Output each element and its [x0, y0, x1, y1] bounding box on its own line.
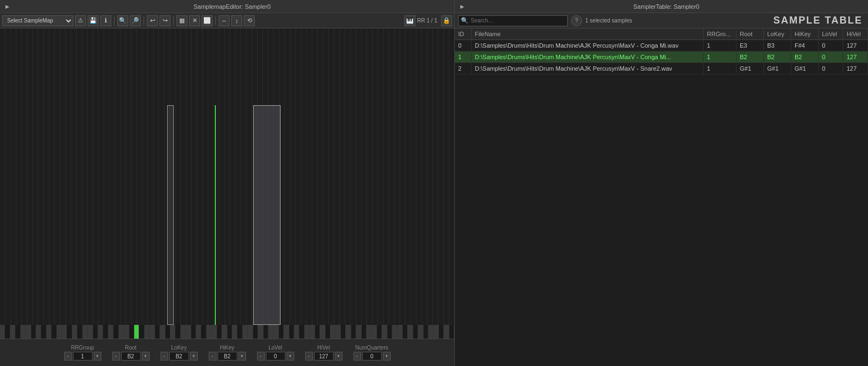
search-icon: 🔍	[461, 17, 469, 24]
collapse-right-btn[interactable]: ▶	[458, 3, 466, 10]
lock-btn[interactable]: 🔒	[441, 15, 452, 26]
rrgroup-label: RRGroup	[71, 345, 94, 351]
samplertable-panel-header: ▶ SamplerTable: Sampler0	[455, 0, 868, 13]
horiz-btn[interactable]: ↔	[219, 15, 230, 26]
samplertable-toolbar: 🔍 ? 1 selected samples SAMPLE TABLE	[455, 13, 868, 28]
numquarters-plus[interactable]: +	[383, 352, 391, 361]
lovel-input[interactable]	[266, 352, 285, 361]
lovel-control: LoVel - +	[257, 345, 294, 361]
search-box[interactable]: 🔍	[458, 15, 568, 26]
hivel-label: HiVel	[317, 345, 330, 351]
root-input[interactable]	[121, 352, 141, 361]
piano-btn[interactable]: 🎹	[404, 15, 415, 26]
samplemap-editor-panel: ▶ SamplemapEditor: Sampler0 Select Sampl…	[0, 0, 455, 366]
root-plus[interactable]: +	[142, 352, 150, 361]
lokey-input-row: - +	[161, 352, 198, 361]
hikey-label: HiKey	[220, 345, 235, 351]
sample-data-table[interactable]: ID FileName RRGro... Root LoKey HiKey Lo…	[455, 28, 868, 366]
hikey-minus[interactable]: -	[209, 352, 216, 361]
lokey-label: LoKey	[171, 345, 186, 351]
selected-count: 1 selected samples	[585, 18, 770, 24]
root-minus[interactable]: -	[112, 352, 120, 361]
vert-btn[interactable]: ↕	[231, 15, 242, 26]
delete-btn[interactable]: ✕	[189, 15, 200, 26]
divider-3	[173, 16, 174, 25]
sample-table: ID FileName RRGro... Root LoKey HiKey Lo…	[455, 28, 868, 75]
numquarters-input[interactable]	[362, 352, 382, 361]
divider-4	[215, 16, 216, 25]
root-input-row: - +	[112, 352, 150, 361]
lokey-plus[interactable]: +	[190, 352, 198, 361]
divider-1	[114, 16, 115, 25]
samplemap-panel-title: SamplemapEditor: Sampler0	[13, 3, 451, 10]
samplertable-panel-title: SamplerTable: Sampler0	[468, 3, 865, 10]
col-header-hikey[interactable]: HiKey	[791, 28, 819, 40]
divider-2	[144, 16, 144, 25]
col-header-rrgroup[interactable]: RRGro...	[704, 28, 736, 40]
rrgroup-plus[interactable]: +	[94, 352, 101, 361]
lovel-minus[interactable]: -	[257, 352, 265, 361]
lovel-plus[interactable]: +	[287, 352, 294, 361]
rrgroup-input[interactable]	[73, 352, 93, 361]
numquarters-label: NumQuarters	[355, 345, 388, 351]
wrap-btn[interactable]: ⟲	[244, 15, 255, 26]
piano-grid	[0, 28, 454, 339]
hivel-minus[interactable]: -	[305, 352, 313, 361]
bottom-controls: RRGroup - + Root - + LoKey -	[0, 339, 454, 366]
hivel-input-row: - +	[305, 352, 342, 361]
rr-label: RR 1 / 1	[417, 18, 437, 24]
samplemap-canvas[interactable]	[0, 28, 454, 339]
numquarters-control: NumQuarters - +	[353, 345, 391, 361]
lokey-minus[interactable]: -	[161, 352, 168, 361]
hivel-plus[interactable]: +	[335, 352, 342, 361]
root-key-line	[215, 105, 216, 325]
hikey-plus[interactable]: +	[238, 352, 246, 361]
hivel-input[interactable]	[314, 352, 334, 361]
save-btn[interactable]: 💾	[88, 15, 99, 26]
table-row[interactable]: 1D:\Samples\Drums\Hits\Drum Machine\AJK …	[455, 52, 868, 63]
samplemap-panel-header: ▶ SamplemapEditor: Sampler0	[0, 0, 454, 13]
lovel-input-row: - +	[257, 352, 294, 361]
hikey-input[interactable]	[218, 352, 237, 361]
redo-btn[interactable]: ↪	[159, 15, 170, 26]
table-header-row: ID FileName RRGro... Root LoKey HiKey Lo…	[455, 28, 868, 40]
col-header-lokey[interactable]: LoKey	[764, 28, 791, 40]
fullscreen-btn[interactable]: ⬜	[202, 15, 213, 26]
zoom-out-btn[interactable]: 🔎	[130, 15, 141, 26]
hivel-control: HiVel - +	[305, 345, 342, 361]
piano-keys-row	[0, 325, 454, 339]
col-header-id[interactable]: ID	[455, 28, 471, 40]
zoom-in-btn[interactable]: 🔍	[117, 15, 128, 26]
table-body: 0D:\Samples\Drums\Hits\Drum Machine\AJK …	[455, 40, 868, 75]
root-control: Root - +	[112, 345, 150, 361]
rrgroup-input-row: - +	[64, 352, 101, 361]
col-header-lovel[interactable]: LoVel	[819, 28, 843, 40]
col-header-root[interactable]: Root	[736, 28, 764, 40]
lovel-label: LoVel	[269, 345, 282, 351]
root-label: Root	[125, 345, 136, 351]
sample-table-title: SAMPLE TABLE	[773, 15, 863, 26]
lokey-control: LoKey - +	[161, 345, 198, 361]
lokey-input[interactable]	[169, 352, 189, 361]
samplemap-toolbar: Select SampleMap ⚠ 💾 ℹ 🔍 🔎 ↩ ↪ ▦ ✕ ⬜ ↔ ↕…	[0, 13, 454, 28]
info-btn[interactable]: ℹ	[100, 15, 111, 26]
sample-zone-0[interactable]	[167, 105, 174, 325]
numquarters-minus[interactable]: -	[353, 352, 361, 361]
col-header-hivel[interactable]: HiVel	[843, 28, 868, 40]
undo-btn[interactable]: ↩	[147, 15, 158, 26]
help-btn[interactable]: ?	[571, 15, 582, 26]
search-input[interactable]	[471, 18, 553, 24]
grid-btn[interactable]: ▦	[176, 15, 187, 26]
table-row[interactable]: 2D:\Samples\Drums\Hits\Drum Machine\AJK …	[455, 63, 868, 75]
sample-zone-1[interactable]	[253, 105, 281, 325]
hikey-control: HiKey - +	[209, 345, 246, 361]
table-row[interactable]: 0D:\Samples\Drums\Hits\Drum Machine\AJK …	[455, 40, 868, 52]
warning-btn[interactable]: ⚠	[75, 15, 86, 26]
samplemap-select[interactable]: Select SampleMap	[2, 15, 73, 26]
collapse-left-btn[interactable]: ▶	[3, 3, 11, 10]
samplertable-panel: ▶ SamplerTable: Sampler0 🔍 ? 1 selected …	[455, 0, 868, 366]
hikey-input-row: - +	[209, 352, 246, 361]
rrgroup-control: RRGroup - +	[64, 345, 101, 361]
col-header-filename[interactable]: FileName	[471, 28, 704, 40]
rrgroup-minus[interactable]: -	[64, 352, 72, 361]
